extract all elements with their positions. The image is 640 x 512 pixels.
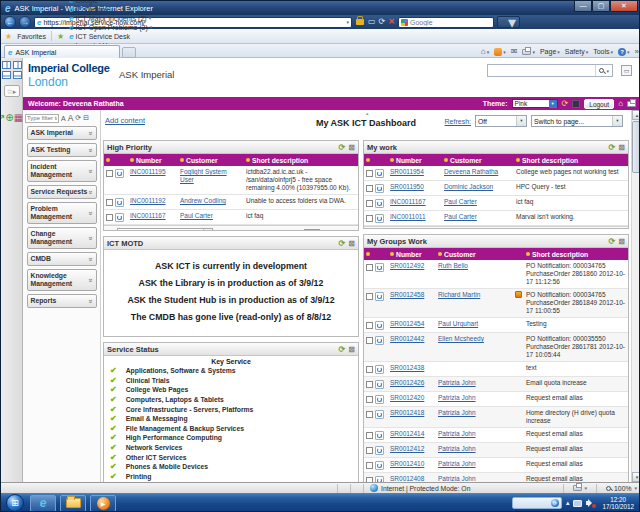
compatibility-icon[interactable]: ▭ [368,16,376,28]
read-mail-button[interactable]: ✉ [511,47,518,56]
navigator-menu-item[interactable]: CMDB » [27,252,97,266]
header-collapse-button[interactable]: ▭ [621,65,632,76]
record-icon[interactable] [375,431,384,440]
stop-icon[interactable]: ✕ [388,16,395,28]
table-row[interactable]: SR0012438 text [364,362,628,377]
navigator-menu-item[interactable]: Reports » [27,294,97,308]
table-row[interactable]: SR0012410 Patrizia John Request email al… [364,458,628,473]
table-row[interactable]: SR0012454 Paul Urquhart Testing [364,318,628,333]
table-row[interactable]: SR0012408 Patrizia John Request email al… [364,473,628,482]
minimize-button[interactable]: — [574,1,592,12]
favorite-item[interactable]: e ICT Major Incidents (2) ▾ [69,14,152,23]
feeds-button[interactable]: ▾ [494,48,506,56]
add-icon[interactable]: ⊕ [5,112,13,123]
table-row[interactable]: SR0012412 Patrizia John Request email al… [364,443,628,458]
font-increase-icon[interactable]: A [68,113,74,123]
navigator-menu-item[interactable]: Knowledge Management » [27,269,97,291]
taskbar-media-button[interactable]: ▶ [90,495,116,512]
home-button[interactable]: ⌂▾ [481,47,489,56]
record-icon[interactable] [375,199,384,208]
navigator-menu-item[interactable]: ASK Imperial » [27,126,97,140]
global-search-box[interactable]: ▾ [487,64,613,77]
record-icon[interactable] [375,263,384,272]
layout-split-horizontal2-icon[interactable] [13,71,22,79]
row-checkbox[interactable] [106,214,113,221]
panel-refresh-icon[interactable]: ⟳ [609,237,616,246]
navigator-menu-item[interactable]: Service Requests » [27,185,97,199]
navigator-refresh-icon[interactable]: ⟳ [75,114,81,122]
tab-ask-imperial[interactable]: e ASK Imperial [4,45,120,58]
network-icon[interactable] [573,500,582,507]
taskbar-explorer-button[interactable] [60,495,86,512]
row-checkbox[interactable] [106,199,113,206]
prev-page-icon[interactable]: ‹ [300,230,302,232]
collapse-all-icon[interactable]: ⊟ [83,114,89,122]
row-checkbox[interactable] [366,337,373,344]
theme-refresh-icon[interactable]: ⟳ [562,99,569,108]
panel-refresh-icon[interactable]: ⟳ [609,143,616,152]
theme-select[interactable]: Pink ▾ [512,99,558,108]
forward-button[interactable]: → [19,16,31,28]
refresh-icon[interactable]: ⟳ [379,16,386,28]
panel-popout-icon[interactable]: ⊠ [618,237,625,246]
search-box[interactable] [398,17,494,28]
table-row[interactable]: SR0012414 Patrizia John Request email al… [364,428,628,443]
print-button[interactable]: ▾ [522,49,535,55]
scrollbar-thumb[interactable] [632,121,640,173]
layout-split-vertical-icon[interactable] [2,61,11,69]
maximize-button[interactable]: ▢ [592,1,610,12]
navigator-menu-item[interactable]: Incident Management » [27,160,97,182]
table-row[interactable]: SR0011954 Deveena Rathatha College web p… [364,166,628,181]
row-checkbox[interactable] [366,411,373,418]
navigator-menu-item[interactable]: Change Management » [27,227,97,249]
add-favorite-icon[interactable]: ★ [57,32,64,41]
next-page-icon[interactable]: › [347,230,349,232]
scroll-down-icon[interactable]: ▾ [632,472,640,482]
panel-refresh-icon[interactable]: ⟳ [339,345,346,354]
favorite-item[interactable]: e IC Outlook ▾ [69,5,152,14]
refresh-link[interactable]: Refresh: [445,118,471,125]
row-checkbox[interactable] [366,447,373,454]
welcome-print-icon[interactable] [627,101,636,107]
logout-button[interactable]: Logout [584,99,614,109]
row-checkbox[interactable] [366,366,373,373]
record-icon[interactable] [375,410,384,419]
table-row[interactable]: SR0012418 Patrizia John Home directory (… [364,407,628,428]
favorite-item[interactable]: e ICT Service Desk ▾ [69,32,152,41]
record-icon[interactable] [375,380,384,389]
zoom-dropdown-icon[interactable]: ▾ [634,485,637,491]
row-checkbox[interactable] [366,200,373,207]
record-icon[interactable] [375,446,384,455]
table-row[interactable]: INC0011167 Paul Carter ict faq [104,210,358,225]
navigator-filter-input[interactable] [25,114,59,123]
bookmarks-star-button[interactable]: ☆▸ [4,85,20,97]
table-row[interactable]: SR0012420 Patrizia John Request email al… [364,392,628,407]
row-checkbox[interactable] [366,264,373,271]
new-tab-button[interactable] [122,47,136,58]
row-checkbox[interactable] [366,185,373,192]
row-checkbox[interactable] [366,293,373,300]
record-icon[interactable] [375,365,384,374]
panel-popout-icon[interactable]: ⊠ [348,143,355,152]
sort-dot-icon[interactable] [106,158,110,162]
row-checkbox[interactable] [366,215,373,222]
font-decrease-icon[interactable]: A [61,115,66,122]
actions-select[interactable]: Actions on selected rows...▾ [117,228,213,232]
table-row[interactable]: INC0011167 Paul Carter ict faq [364,196,628,211]
table-row[interactable]: SR0011950 Dominic Jackson HPC Query - te… [364,181,628,196]
record-icon[interactable] [375,336,384,345]
start-button[interactable]: ⊞ [6,494,24,512]
page-menu[interactable]: Page▾ [540,48,560,55]
first-page-icon[interactable]: « [294,230,298,232]
welcome-home-icon[interactable]: ⌂ [618,99,623,108]
overflow-chevron-icon[interactable]: » [635,47,639,56]
row-checkbox[interactable] [366,170,373,177]
global-search-input[interactable] [488,67,595,74]
switch-page-select[interactable]: Switch to page...▾ [531,115,623,127]
scroll-up-icon[interactable]: ▴ [632,110,640,120]
row-checkbox[interactable] [106,170,113,177]
navigator-menu-item[interactable]: Problem Management » [27,202,97,224]
panel-popout-icon[interactable]: ⊠ [348,345,355,354]
refresh-interval-select[interactable]: Off▾ [475,115,527,127]
volume-icon[interactable] [586,499,594,507]
